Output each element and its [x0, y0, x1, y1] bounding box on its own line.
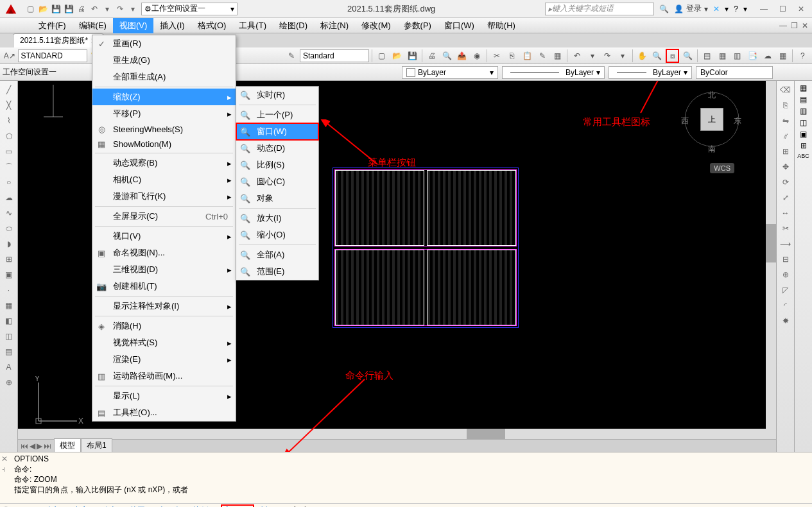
- view-menu-item[interactable]: 三维视图(D)▸: [92, 261, 236, 278]
- view-menu-item[interactable]: ▥运动路径动画(M)...: [92, 368, 236, 384]
- color-selector[interactable]: ByLayer▾: [402, 66, 498, 79]
- new-icon[interactable]: ▢: [375, 49, 389, 63]
- palette4-icon[interactable]: ◫: [800, 118, 807, 127]
- print-icon[interactable]: 🖨: [76, 3, 87, 15]
- menu-edit[interactable]: 编辑(E): [73, 18, 113, 33]
- addselected-icon[interactable]: ⊕: [3, 376, 15, 389]
- copy-icon[interactable]: ⎘: [505, 49, 519, 63]
- designcenter-icon[interactable]: ▦: [716, 49, 730, 63]
- zoom-submenu-item[interactable]: 🔍动态(D): [236, 140, 318, 157]
- palette1-icon[interactable]: ▦: [800, 83, 807, 92]
- palette5-icon[interactable]: ▣: [800, 130, 807, 139]
- lineweight-selector[interactable]: ByLayer▾: [609, 66, 692, 79]
- view-menu-item[interactable]: ✓重画(R): [92, 35, 236, 52]
- undo-icon[interactable]: ↶: [570, 49, 584, 63]
- zoom-submenu-item[interactable]: 🔍实时(R): [236, 87, 318, 103]
- join-icon[interactable]: ⊕: [779, 268, 792, 281]
- markup-icon[interactable]: ☁: [761, 49, 775, 63]
- dimstyle-selector[interactable]: Standard: [300, 49, 369, 62]
- redo-icon[interactable]: ↷: [600, 49, 614, 63]
- viewcube[interactable]: 北 南 西 东 上: [680, 89, 744, 166]
- ellipse-icon[interactable]: ⬭: [3, 222, 15, 235]
- login-button[interactable]: 👤 登录 ▾: [674, 3, 708, 14]
- save-icon[interactable]: 💾: [405, 49, 419, 63]
- exchange-icon[interactable]: ✕: [713, 4, 720, 13]
- view-menu-item[interactable]: 视觉样式(S)▸: [92, 334, 236, 351]
- zoom-submenu-item[interactable]: 🔍对象: [236, 190, 318, 207]
- polyline-icon[interactable]: ⌇: [3, 114, 15, 127]
- menu-file[interactable]: 文件(F): [32, 18, 73, 33]
- zoom-window-icon[interactable]: ⧈: [666, 49, 680, 63]
- zoom-previous-icon[interactable]: 🔍: [680, 49, 695, 63]
- view-menu-item[interactable]: 视口(V)▸: [92, 228, 236, 245]
- search-icon[interactable]: 🔍: [659, 4, 669, 13]
- xline-icon[interactable]: ╳: [3, 99, 15, 112]
- view-menu-item[interactable]: 显示(L)▸: [92, 388, 236, 404]
- view-menu-item[interactable]: 显示注释性对象(I)▸: [92, 298, 236, 314]
- menu-draw[interactable]: 绘图(D): [273, 18, 314, 33]
- 3ddwf-icon[interactable]: ◉: [471, 49, 485, 63]
- mirror-icon[interactable]: ⇋: [779, 114, 792, 127]
- first-tab-icon[interactable]: ⏮: [21, 442, 28, 451]
- point-icon[interactable]: ·: [3, 284, 15, 296]
- blockeditor-icon[interactable]: ▦: [551, 49, 565, 63]
- menu-help[interactable]: 帮助(H): [481, 18, 522, 33]
- menu-tools[interactable]: 工具(T): [232, 18, 273, 33]
- menu-dimension[interactable]: 标注(N): [314, 18, 355, 33]
- doc-minimize-icon[interactable]: —: [779, 21, 787, 30]
- insertblock-icon[interactable]: ⊞: [3, 253, 15, 266]
- new-icon[interactable]: ▢: [24, 3, 36, 15]
- view-menu-item[interactable]: 动态观察(B)▸: [92, 155, 236, 171]
- paste-icon[interactable]: 📋: [520, 49, 534, 63]
- menu-parametric[interactable]: 参数(P): [397, 18, 438, 33]
- menu-insert[interactable]: 插入(I): [153, 18, 191, 33]
- fillet-icon[interactable]: ◜: [779, 299, 792, 312]
- view-menu-item[interactable]: 重生成(G): [92, 52, 236, 69]
- array-icon[interactable]: ⊞: [779, 145, 792, 158]
- palette3-icon[interactable]: ▥: [800, 107, 807, 116]
- zoom-submenu-item[interactable]: 🔍圆心(C): [236, 173, 318, 190]
- redo-icon[interactable]: ↷: [114, 3, 126, 15]
- rotate-icon[interactable]: ⟳: [779, 176, 792, 189]
- view-menu-item[interactable]: ◎SteeringWheels(S): [92, 122, 236, 137]
- gradient-icon[interactable]: ◧: [3, 314, 15, 327]
- save-icon[interactable]: 💾: [50, 3, 62, 15]
- plotstyle-selector[interactable]: ByColor: [696, 66, 773, 79]
- undo-icon[interactable]: ↶: [89, 3, 100, 15]
- workspace-selector[interactable]: ⚙ 工作空间设置一 ▾: [141, 3, 238, 15]
- tab-model[interactable]: 模型: [54, 438, 81, 452]
- cmd-close-icon[interactable]: ✕: [1, 454, 8, 464]
- menu-view[interactable]: 视图(V): [113, 18, 153, 33]
- pan-icon[interactable]: ✋: [635, 49, 649, 63]
- view-menu-item[interactable]: ▣命名视图(N)...: [92, 245, 236, 261]
- cut-icon[interactable]: ✂: [490, 49, 504, 63]
- region-icon[interactable]: ◫: [3, 330, 15, 343]
- doc-restore-icon[interactable]: ❐: [791, 21, 798, 30]
- next-tab-icon[interactable]: ▶: [37, 442, 42, 451]
- cmd-option[interactable]: 窗口(W): [221, 504, 254, 507]
- break-icon[interactable]: ⊟: [779, 253, 792, 266]
- help-icon[interactable]: ?: [734, 4, 738, 13]
- chevron-down-icon[interactable]: ▾: [743, 4, 747, 13]
- textstyle-icon[interactable]: A↗: [3, 49, 17, 63]
- zoom-submenu-item[interactable]: 🔍比例(S): [236, 157, 318, 173]
- matchprop-icon[interactable]: ✎: [535, 49, 549, 63]
- line-icon[interactable]: ╱: [3, 83, 15, 96]
- palette2-icon[interactable]: ▤: [800, 95, 807, 104]
- view-menu-item[interactable]: ▤工具栏(O)...: [92, 404, 236, 421]
- mtext-icon[interactable]: A: [3, 361, 15, 374]
- maximize-icon[interactable]: ☐: [779, 4, 786, 13]
- command-input[interactable]: 🔍▾ ZOOM [ 全部(A) 中心(C) 动态(D) 范围(E) 上一个(P)…: [0, 503, 812, 507]
- zoom-submenu-item[interactable]: 🔍全部(A): [236, 246, 318, 263]
- close-icon[interactable]: ✕: [798, 4, 804, 13]
- properties-icon[interactable]: ▤: [700, 49, 714, 63]
- view-menu-item[interactable]: 📷创建相机(T): [92, 278, 236, 295]
- dropdown-icon[interactable]: ▾: [585, 49, 600, 63]
- stretch-icon[interactable]: ↔: [779, 207, 792, 219]
- plot-icon[interactable]: 🖨: [425, 49, 439, 63]
- view-menu-item[interactable]: 相机(C)▸: [92, 171, 236, 188]
- tab-layout1[interactable]: 布局1: [81, 438, 112, 452]
- zoom-realtime-icon[interactable]: 🔍: [650, 49, 664, 63]
- dropdown-icon[interactable]: ▾: [616, 49, 630, 63]
- help-icon[interactable]: ?: [795, 49, 809, 63]
